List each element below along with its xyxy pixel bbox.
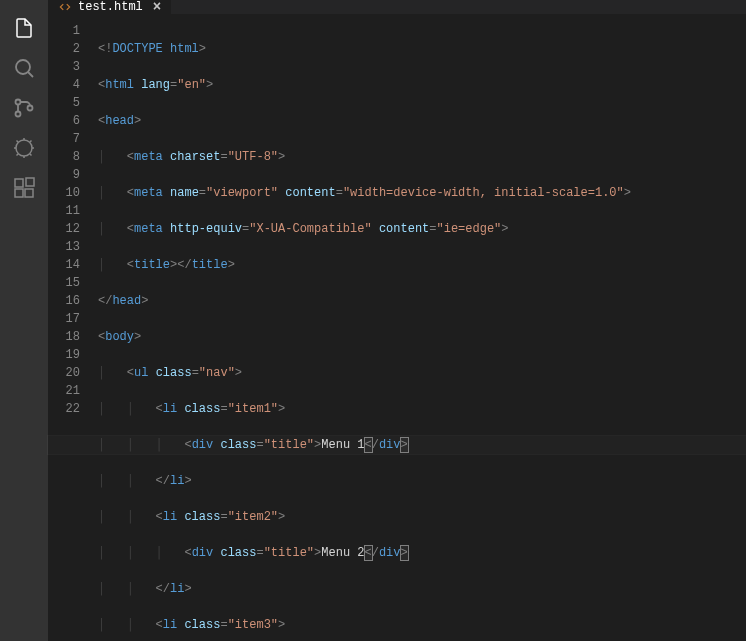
line-number: 13 — [48, 238, 80, 256]
close-icon[interactable]: × — [153, 0, 161, 14]
line-number: 18 — [48, 328, 80, 346]
svg-point-3 — [16, 112, 21, 117]
svg-rect-9 — [26, 178, 34, 186]
svg-line-1 — [28, 72, 33, 77]
svg-point-0 — [16, 60, 30, 74]
activity-bar — [0, 0, 48, 641]
debug-icon[interactable] — [0, 128, 48, 168]
line-gutter: 12345678910111213141516171819202122 — [48, 14, 98, 641]
line-number: 19 — [48, 346, 80, 364]
code-editor[interactable]: 12345678910111213141516171819202122 <!DO… — [48, 14, 746, 641]
code-content[interactable]: <!DOCTYPE html> <html lang="en"> <head> … — [98, 14, 746, 641]
line-number: 12 — [48, 220, 80, 238]
line-number: 21 — [48, 382, 80, 400]
svg-point-4 — [28, 106, 33, 111]
svg-rect-8 — [25, 189, 33, 197]
main-area: test.html × 1234567891011121314151617181… — [48, 0, 746, 641]
line-number: 22 — [48, 400, 80, 418]
explorer-icon[interactable] — [0, 8, 48, 48]
search-icon[interactable] — [0, 48, 48, 88]
svg-rect-6 — [15, 179, 23, 187]
tab-test-html[interactable]: test.html × — [48, 0, 171, 14]
line-number: 4 — [48, 76, 80, 94]
tab-bar: test.html × — [48, 0, 746, 14]
svg-rect-7 — [15, 189, 23, 197]
line-number: 1 — [48, 22, 80, 40]
line-number: 16 — [48, 292, 80, 310]
line-number: 5 — [48, 94, 80, 112]
line-number: 17 — [48, 310, 80, 328]
line-number: 6 — [48, 112, 80, 130]
line-number: 8 — [48, 148, 80, 166]
line-number: 15 — [48, 274, 80, 292]
line-number: 7 — [48, 130, 80, 148]
line-number: 2 — [48, 40, 80, 58]
line-number: 3 — [48, 58, 80, 76]
line-number: 9 — [48, 166, 80, 184]
html-file-icon — [58, 0, 72, 14]
line-number: 14 — [48, 256, 80, 274]
svg-point-2 — [16, 100, 21, 105]
line-number: 20 — [48, 364, 80, 382]
source-control-icon[interactable] — [0, 88, 48, 128]
svg-point-5 — [16, 140, 32, 156]
line-number: 11 — [48, 202, 80, 220]
extensions-icon[interactable] — [0, 168, 48, 208]
tab-filename: test.html — [78, 0, 143, 14]
line-number: 10 — [48, 184, 80, 202]
